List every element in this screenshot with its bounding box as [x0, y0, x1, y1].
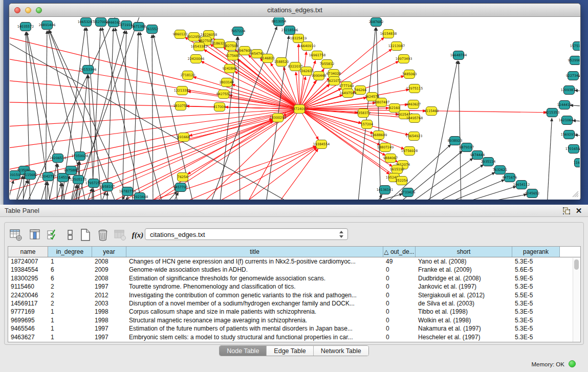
graph-node[interactable]: 2803144: [220, 78, 234, 87]
scrollbar-thumb[interactable]: [574, 259, 579, 270]
graph-node[interactable]: 7358372: [356, 109, 371, 118]
table-row[interactable]: 946362711997Embryonic stem cells: a mode…: [8, 333, 580, 341]
graph-node[interactable]: 15692971: [561, 130, 578, 139]
graph-node[interactable]: 417004: [213, 103, 226, 112]
graph-node[interactable]: 116753: [574, 159, 580, 167]
graph-node[interactable]: 9474444: [470, 151, 485, 160]
table-options-icon[interactable]: [9, 228, 23, 242]
graph-node[interactable]: 20206516: [50, 154, 67, 163]
table-row[interactable]: 977716911998Corpus callosum shape and si…: [8, 308, 580, 316]
tab-node-table[interactable]: Node Table: [220, 346, 267, 356]
column-header-year[interactable]: year: [92, 247, 126, 257]
graph-node[interactable]: 8215353: [545, 108, 559, 117]
graph-node[interactable]: 10654112: [513, 181, 530, 189]
graph-node[interactable]: 1244419: [557, 101, 572, 110]
graph-node[interactable]: 157204: [361, 120, 373, 129]
table-row[interactable]: 2242004622012Investigating the contribut…: [8, 291, 580, 299]
rows-icon[interactable]: [63, 228, 77, 242]
graph-node[interactable]: 9457791: [173, 183, 188, 192]
graph-node[interactable]: 8813054: [272, 17, 286, 26]
graph-node[interactable]: 9227343: [566, 72, 580, 80]
graph-node[interactable]: 39159: [10, 171, 20, 180]
graph-node[interactable]: 191668: [178, 133, 190, 142]
column-header-title[interactable]: title: [126, 247, 383, 257]
graph-node[interactable]: 1733426: [401, 188, 415, 197]
graph-node[interactable]: 12975115: [406, 84, 423, 93]
graph-node[interactable]: 16154838: [380, 30, 397, 38]
graph-node[interactable]: 20891406: [39, 21, 56, 30]
graph-node[interactable]: 12213382: [174, 86, 191, 95]
graph-node[interactable]: 9990448: [312, 72, 326, 80]
table-row[interactable]: 969969511998Structural magnetic resonanc…: [8, 316, 580, 324]
graph-node[interactable]: 12923448: [132, 193, 148, 200]
graph-node[interactable]: 12505135: [70, 176, 87, 184]
graph-node[interactable]: 23218506: [281, 26, 298, 35]
table-row[interactable]: 911546021997Tourette syndrome. Phenomeno…: [8, 282, 580, 291]
column-header-name[interactable]: name: [8, 247, 48, 257]
graph-node[interactable]: 9958107: [100, 183, 115, 191]
graph-node[interactable]: 9827508: [224, 42, 238, 51]
graph-node[interactable]: 12213987: [388, 42, 405, 51]
select-all-check-icon[interactable]: [46, 228, 60, 242]
graph-node[interactable]: 1615192: [390, 165, 404, 174]
window-titlebar[interactable]: citations_edges.txt: [9, 4, 580, 17]
graph-node[interactable]: 3175685: [226, 52, 240, 60]
graph-node[interactable]: 16210643: [559, 116, 576, 125]
float-panel-icon[interactable]: [562, 207, 571, 215]
graph-node[interactable]: 15751074: [570, 42, 580, 51]
graph-node[interactable]: 9671388: [132, 23, 146, 31]
graph-node[interactable]: 9975887: [64, 166, 78, 175]
graph-node[interactable]: 10688609: [371, 131, 387, 140]
network-canvas[interactable]: 1872400718300295193845549860123891295418…: [10, 17, 580, 200]
table-row[interactable]: 1872400712008Changes of HCN gene express…: [8, 257, 580, 266]
graph-node[interactable]: 1588520: [274, 58, 289, 67]
graph-node[interactable]: 7632621: [493, 166, 507, 174]
graph-node[interactable]: 2087682: [369, 18, 383, 27]
table-selector[interactable]: citations_edges.txt: [145, 228, 348, 240]
graph-node[interactable]: 19756928: [401, 147, 418, 156]
graph-node[interactable]: 7955812: [320, 60, 334, 69]
graph-node[interactable]: 9463627: [406, 100, 421, 109]
graph-node[interactable]: 9529966: [568, 56, 580, 65]
graph-node[interactable]: 8938923: [448, 137, 462, 145]
graph-node[interactable]: 6879197: [460, 143, 474, 152]
graph-node[interactable]: 9884067: [383, 154, 398, 163]
tab-network-table[interactable]: Network Table: [314, 346, 368, 356]
graph-node[interactable]: 2935114: [481, 158, 495, 166]
table-scrollbar[interactable]: [573, 258, 580, 342]
table-row[interactable]: 1830029562008Estimation of significance …: [8, 274, 580, 282]
graph-node[interactable]: 9245652: [525, 189, 539, 198]
graph-node[interactable]: 14136141: [377, 186, 394, 194]
column-header-short[interactable]: short: [416, 247, 512, 257]
graph-node[interactable]: 9115460: [424, 107, 439, 116]
graph-node[interactable]: 8471676: [503, 173, 517, 182]
show-columns-icon[interactable]: [28, 228, 42, 242]
graph-node[interactable]: 8427552: [216, 90, 231, 99]
graph-node[interactable]: 16961758: [309, 51, 326, 60]
new-document-icon[interactable]: [78, 228, 93, 242]
graph-node[interactable]: 7485063: [402, 70, 417, 79]
graph-node[interactable]: 17359928: [72, 152, 89, 161]
graph-node[interactable]: 62160: [389, 104, 400, 113]
graph-node[interactable]: 7957224: [231, 27, 245, 36]
tab-edge-table[interactable]: Edge Table: [267, 346, 313, 356]
graph-node[interactable]: 76254: [178, 173, 188, 182]
window-resize-grip[interactable]: [571, 189, 579, 198]
graph-node[interactable]: 9242848: [223, 64, 237, 73]
function-icon[interactable]: f(x): [130, 228, 145, 242]
graph-node[interactable]: 16640910: [299, 42, 316, 51]
graph-node[interactable]: 20153346: [80, 65, 97, 74]
graph-node[interactable]: 10653287: [78, 18, 95, 27]
graph-node[interactable]: 1115682: [23, 171, 37, 180]
close-panel-icon[interactable]: ✕: [575, 207, 583, 215]
graph-node[interactable]: 12093872: [561, 86, 578, 95]
table-row[interactable]: 1938455462009Genome-wide association stu…: [8, 266, 580, 274]
table-row[interactable]: 1456911722003Disruption of a novel membe…: [8, 299, 580, 308]
graph-node[interactable]: 2718120: [181, 71, 195, 80]
column-header-pagerank[interactable]: pagerank: [512, 247, 560, 257]
table-row[interactable]: 946554611997Estimation of the future num…: [8, 324, 580, 333]
column-header-in_degree[interactable]: in_degree: [48, 247, 92, 257]
graph-node[interactable]: 16648784: [450, 51, 467, 60]
column-header-out_degree[interactable]: △ out_de...: [383, 247, 416, 257]
graph-node[interactable]: 18325419: [290, 34, 307, 43]
